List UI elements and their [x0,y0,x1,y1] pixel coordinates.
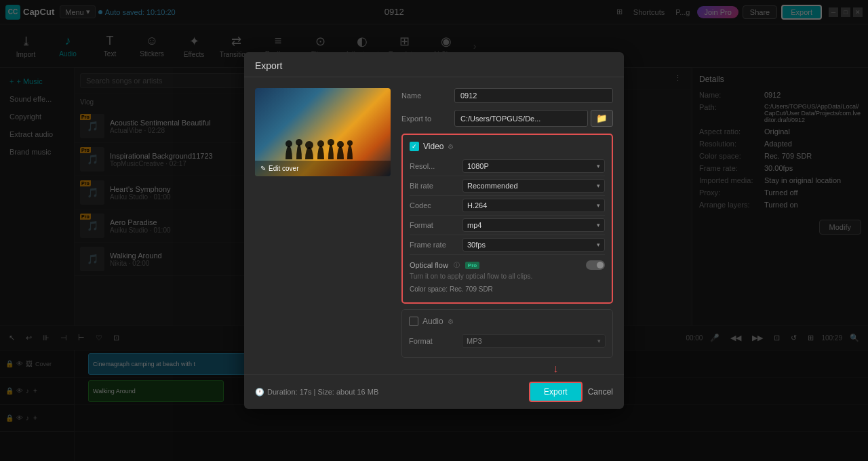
chevron-down-icon-5: ▾ [597,241,600,248]
audio-format-row: Format MP3 ▾ [409,332,606,350]
resolution-select[interactable]: 1080P ▾ [462,159,605,173]
svg-point-1 [285,140,292,147]
svg-point-2 [296,144,302,159]
duration-info: 🕐 Duration: 17s | Size: about 16 MB [255,388,378,397]
video-section-header: ✓ Video ⚙ [410,142,605,151]
svg-point-3 [296,139,302,146]
export-to-label: Export to [401,115,449,123]
name-input[interactable] [454,88,613,103]
video-checkbox[interactable]: ✓ [410,142,419,151]
optical-flow-toggle[interactable] [586,260,605,270]
svg-point-10 [337,146,344,159]
bitrate-select[interactable]: Recommended ▾ [462,179,605,193]
format-label: Format [410,221,457,229]
dialog-overlay: Export [0,0,868,461]
audio-section-header: Audio ⚙ [409,317,606,326]
optical-flow-description: Turn it on to apply optical flow to all … [410,273,605,283]
export-button[interactable]: Export [529,382,583,402]
export-dialog: Export [244,52,624,409]
clock-icon: 🕐 [255,388,264,397]
format-select[interactable]: mp4 ▾ [462,218,605,232]
name-field-row: Name [401,88,613,103]
framerate-select[interactable]: 30fps ▾ [462,238,605,252]
svg-point-8 [328,144,334,159]
format-setting-row: Format mp4 ▾ [410,216,605,235]
video-settings-section: ✓ Video ⚙ Resol... 1080P ▾ Bit rate [401,134,613,304]
codec-setting-row: Codec H.264 ▾ [410,196,605,216]
resolution-setting-row: Resol... 1080P ▾ [410,157,605,176]
codec-label: Codec [410,201,457,209]
export-to-field: 📁 [454,110,613,127]
arrow-indicator: ↓ [553,363,558,375]
edit-icon: ✎ [260,165,266,172]
svg-point-7 [317,140,324,147]
audio-format-label: Format [409,337,456,345]
audio-checkbox[interactable] [409,317,418,326]
svg-point-12 [347,145,353,159]
bitrate-setting-row: Bit rate Recommended ▾ [410,176,605,196]
bitrate-label: Bit rate [410,182,457,190]
chevron-down-icon: ▾ [597,163,600,169]
footer-buttons: ↓ Export Cancel [529,382,613,402]
resolution-setting-label: Resol... [410,162,457,170]
chevron-down-icon-3: ▾ [597,202,600,209]
video-settings-icon: ⚙ [448,143,454,151]
dialog-footer: 🕐 Duration: 17s | Size: about 16 MB ↓ Ex… [244,374,624,409]
codec-select[interactable]: H.264 ▾ [462,199,605,212]
name-field-label: Name [401,92,449,100]
dialog-left: ✎ Edit cover [255,88,391,363]
edit-cover-button[interactable]: ✎ Edit cover [255,161,391,176]
silhouette-svg [282,129,363,159]
chevron-down-icon-4: ▾ [597,222,600,228]
audio-settings-icon: ⚙ [448,318,454,325]
audio-format-select[interactable]: MP3 ▾ [462,334,606,348]
svg-point-5 [305,141,313,149]
browse-folder-button[interactable]: 📁 [591,110,613,127]
framerate-setting-row: Frame rate 30fps ▾ [410,235,605,255]
optical-flow-row: Optical flow ⓘ Pro [410,255,605,273]
chevron-down-icon-2: ▾ [597,182,600,189]
svg-point-6 [317,146,324,159]
export-btn-container: ↓ Export [529,382,583,402]
pro-tag: Pro [465,262,479,269]
cancel-button[interactable]: Cancel [588,387,613,397]
svg-point-13 [347,140,353,146]
optical-info-icon: ⓘ [454,261,460,270]
dialog-right: Name Export to 📁 ✓ Video ⚙ [401,88,613,363]
svg-point-9 [328,139,334,146]
export-to-row: Export to 📁 [401,110,613,127]
optical-flow-label: Optical flow [410,261,448,269]
chevron-down-icon-6: ▾ [597,338,601,344]
color-space-info: Color space: Rec. 709 SDR [410,283,605,296]
framerate-setting-label: Frame rate [410,241,457,249]
cover-preview: ✎ Edit cover [255,88,391,176]
svg-point-11 [337,141,344,148]
dialog-header: Export [244,52,624,77]
svg-point-0 [285,146,292,159]
audio-settings-section: Audio ⚙ Format MP3 ▾ [401,309,613,358]
export-path-input[interactable] [454,110,588,127]
dialog-body: ✎ Edit cover Name Export to 📁 [244,77,624,374]
